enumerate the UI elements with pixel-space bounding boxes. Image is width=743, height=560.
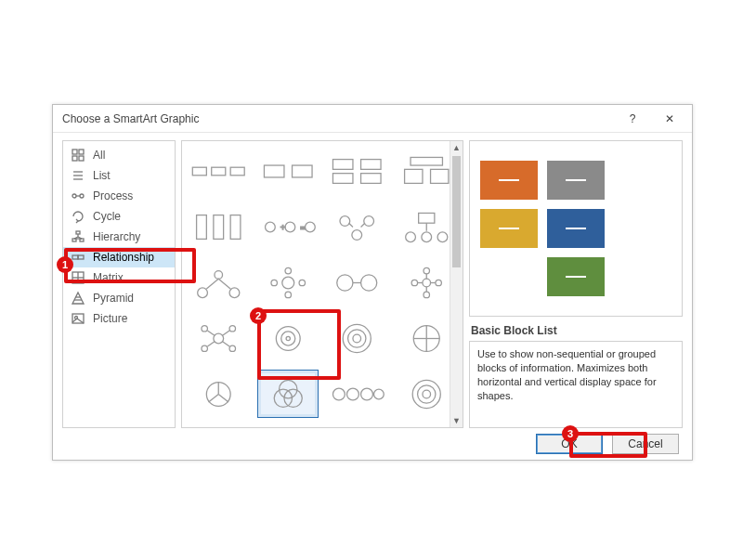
svg-line-98 (218, 394, 228, 402)
svg-point-58 (229, 287, 240, 297)
layout-thumb[interactable] (326, 258, 388, 306)
svg-rect-34 (361, 159, 382, 169)
sidebar-item-label: All (93, 149, 105, 162)
sidebar-item-label: Process (93, 189, 133, 202)
svg-point-82 (229, 345, 235, 351)
svg-rect-30 (230, 167, 244, 176)
sidebar-item-relationship[interactable]: Relationship (63, 247, 175, 267)
layout-thumb[interactable] (396, 370, 458, 418)
sidebar-item-process[interactable]: Process (63, 186, 175, 206)
layout-thumb[interactable] (188, 425, 250, 428)
svg-point-43 (265, 222, 275, 232)
layout-thumb[interactable] (257, 314, 319, 362)
sidebar-item-label: Pyramid (93, 292, 134, 305)
svg-rect-35 (332, 173, 353, 183)
layout-thumb[interactable] (396, 258, 458, 306)
svg-point-89 (286, 336, 290, 340)
svg-point-45 (285, 222, 295, 232)
svg-point-107 (412, 380, 440, 408)
ok-button[interactable]: OK (536, 434, 603, 454)
svg-rect-32 (292, 165, 312, 177)
layout-thumb[interactable] (396, 147, 458, 195)
svg-line-83 (207, 330, 215, 334)
svg-point-79 (202, 325, 207, 331)
svg-point-50 (352, 229, 362, 240)
scrollbar[interactable]: ▲ ▼ (450, 141, 463, 427)
layout-thumb-venn[interactable] (257, 370, 319, 418)
svg-rect-33 (332, 159, 353, 169)
svg-point-53 (421, 231, 431, 241)
svg-point-71 (424, 292, 429, 297)
svg-point-92 (353, 334, 361, 343)
preview-block (547, 209, 605, 248)
layout-thumb[interactable] (188, 202, 250, 251)
sidebar-item-cycle[interactable]: Cycle (63, 206, 175, 227)
sidebar-item-label: Matrix (93, 271, 124, 284)
sidebar-item-label: List (93, 169, 111, 182)
preview-description: Use to show non-sequential or grouped bl… (469, 341, 683, 428)
layout-thumb[interactable] (188, 370, 250, 418)
cancel-button[interactable]: Cancel (612, 434, 679, 454)
close-button[interactable]: ✕ (651, 105, 688, 133)
preview-block (547, 257, 605, 296)
svg-point-78 (214, 333, 224, 344)
svg-rect-0 (72, 150, 77, 154)
svg-point-80 (229, 325, 235, 331)
svg-point-62 (285, 267, 291, 273)
scroll-thumb[interactable] (452, 156, 461, 267)
svg-point-64 (270, 280, 276, 285)
svg-point-66 (337, 274, 353, 290)
sidebar-item-all[interactable]: All (63, 145, 175, 165)
layout-thumb[interactable] (326, 370, 388, 418)
svg-rect-51 (418, 213, 434, 223)
sidebar-item-matrix[interactable]: Matrix (63, 267, 175, 288)
layout-thumb[interactable] (326, 314, 388, 362)
layout-thumb[interactable] (326, 202, 388, 251)
svg-rect-42 (230, 215, 241, 239)
svg-rect-40 (197, 215, 207, 239)
sidebar-item-label: Hierarchy (93, 230, 140, 243)
svg-line-60 (218, 279, 230, 289)
scroll-up-icon[interactable]: ▲ (450, 141, 463, 154)
sidebar-item-list[interactable]: List (63, 165, 175, 186)
sidebar-item-hierarchy[interactable]: Hierarchy (63, 227, 175, 247)
layout-thumb[interactable]: += (257, 202, 319, 251)
sidebar-item-label: Relationship (93, 251, 154, 264)
list-icon (71, 168, 85, 183)
layout-thumb[interactable] (396, 202, 458, 251)
svg-rect-31 (264, 165, 284, 177)
svg-point-47 (305, 222, 315, 232)
layout-thumb[interactable] (396, 314, 458, 362)
svg-rect-28 (192, 167, 206, 176)
svg-point-63 (285, 292, 291, 297)
all-icon (71, 148, 85, 163)
svg-point-104 (347, 388, 359, 400)
cycle-icon (71, 209, 85, 224)
svg-point-73 (435, 280, 440, 285)
svg-point-67 (361, 274, 377, 290)
layout-thumb[interactable] (326, 147, 388, 195)
svg-point-90 (343, 324, 371, 352)
svg-rect-1 (79, 150, 84, 154)
layout-thumb[interactable] (257, 258, 319, 306)
layout-thumb[interactable] (257, 147, 319, 195)
layout-thumb[interactable] (188, 258, 250, 306)
layout-thumb[interactable] (188, 314, 250, 362)
svg-point-69 (422, 279, 430, 287)
svg-point-56 (215, 270, 223, 279)
pyramid-icon (71, 291, 85, 306)
matrix-icon (71, 270, 85, 285)
svg-line-84 (223, 330, 230, 334)
svg-point-52 (405, 231, 415, 241)
layout-thumb[interactable] (188, 147, 250, 195)
process-icon (71, 189, 85, 203)
scroll-down-icon[interactable]: ▼ (450, 414, 463, 427)
layout-gallery[interactable]: += ▲ (181, 140, 463, 428)
sidebar-item-picture[interactable]: Picture (63, 308, 175, 329)
category-sidebar: All List Process Cycle Hierarchy Relatio… (62, 140, 176, 428)
picture-icon (71, 311, 85, 326)
svg-point-70 (424, 267, 429, 273)
sidebar-item-pyramid[interactable]: Pyramid (63, 288, 175, 308)
preview-block (547, 161, 605, 200)
help-button[interactable]: ? (614, 105, 651, 133)
